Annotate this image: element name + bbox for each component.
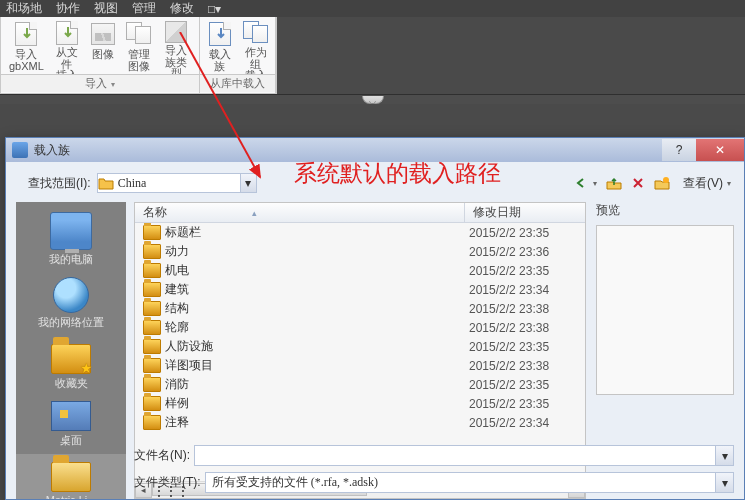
folder-icon	[143, 396, 161, 411]
column-headers: 名称▴ 修改日期	[135, 203, 585, 223]
table-row[interactable]: 机电2015/2/2 23:35	[135, 261, 585, 280]
folder-icon	[143, 320, 161, 335]
folder-icon	[143, 301, 161, 316]
folder-icon	[143, 377, 161, 392]
table-row[interactable]: 动力2015/2/2 23:36	[135, 242, 585, 261]
new-folder-button[interactable]	[653, 174, 671, 192]
image-button[interactable]: 图像	[85, 19, 121, 77]
nav-up-button[interactable]	[605, 174, 623, 192]
folder-icon	[143, 244, 161, 259]
app-menubar: 和场地 协作 视图 管理 修改 □▾	[0, 0, 745, 17]
folder-star-icon	[51, 344, 91, 374]
menu-item[interactable]: 和场地	[6, 0, 42, 17]
filetype-combo[interactable]: 所有受支持的文件 (*.rfa, *.adsk) ▾	[205, 472, 734, 493]
svg-point-1	[663, 177, 669, 183]
import-family-types-button[interactable]: 导入族类型	[157, 19, 195, 77]
sidebar-item-network[interactable]: 我的网络位置	[16, 273, 126, 336]
ribbon-group-label: 导入	[85, 77, 107, 89]
menu-item[interactable]: 管理	[132, 0, 156, 17]
ribbon: 导入gbXML 从文件插入 图像 管理图像 导入族类型 导入 ▾	[0, 17, 277, 94]
file-date: 2015/2/2 23:35	[469, 397, 549, 411]
filetype-label: 文件类型(T):	[134, 474, 201, 491]
view-menu-button[interactable]: 查看(V)	[683, 175, 723, 192]
app-icon	[12, 142, 28, 158]
sidebar-item-favorites[interactable]: 收藏夹	[16, 336, 126, 397]
load-as-group-button[interactable]: 作为组载入	[238, 19, 274, 77]
file-name: 机电	[165, 262, 469, 279]
manage-images-button[interactable]: 管理图像	[121, 19, 157, 77]
file-name: 轮廓	[165, 319, 469, 336]
sidebar-item-metric-library[interactable]: Metric Li...	[16, 454, 126, 499]
chevron-down-icon[interactable]: ▾	[715, 473, 733, 492]
folder-icon	[143, 225, 161, 240]
folder-icon	[143, 339, 161, 354]
file-name: 详图项目	[165, 357, 469, 374]
table-row[interactable]: 轮廓2015/2/2 23:38	[135, 318, 585, 337]
file-date: 2015/2/2 23:38	[469, 302, 549, 316]
sort-asc-icon: ▴	[252, 208, 257, 218]
preview-label: 预览	[596, 202, 734, 219]
column-name[interactable]: 名称▴	[135, 203, 465, 222]
canvas-area: ◡	[0, 94, 745, 104]
table-row[interactable]: 建筑2015/2/2 23:34	[135, 280, 585, 299]
filename-combo[interactable]: ▾	[194, 445, 734, 466]
folder-open-icon	[51, 462, 91, 492]
table-row[interactable]: 人防设施2015/2/2 23:35	[135, 337, 585, 356]
table-row[interactable]: 样例2015/2/2 23:35	[135, 394, 585, 413]
chevron-down-icon[interactable]: ▾	[723, 179, 732, 188]
chevron-down-icon[interactable]: ▾	[715, 446, 733, 465]
filetype-value: 所有受支持的文件 (*.rfa, *.adsk)	[206, 474, 715, 491]
lookin-combo[interactable]: China ▾	[97, 173, 257, 193]
table-row[interactable]: 详图项目2015/2/2 23:38	[135, 356, 585, 375]
file-list: 标题栏2015/2/2 23:35动力2015/2/2 23:36机电2015/…	[135, 223, 585, 481]
file-name: 人防设施	[165, 338, 469, 355]
menu-item[interactable]: 修改	[170, 0, 194, 17]
chevron-down-icon[interactable]: ▾	[590, 179, 599, 188]
panel-tab-icon[interactable]: ◡	[362, 96, 384, 104]
sidebar-item-desktop[interactable]: 桌面	[16, 397, 126, 454]
file-date: 2015/2/2 23:35	[469, 226, 549, 240]
menu-item[interactable]: 视图	[94, 0, 118, 17]
import-gbxml-button[interactable]: 导入gbXML	[5, 19, 48, 77]
load-family-button[interactable]: 载入族	[202, 19, 238, 77]
file-date: 2015/2/2 23:34	[469, 283, 549, 297]
monitor-icon	[50, 212, 92, 250]
folder-icon	[143, 263, 161, 278]
file-name: 注释	[165, 414, 469, 431]
file-date: 2015/2/2 23:35	[469, 340, 549, 354]
filename-input[interactable]	[195, 446, 715, 465]
table-row[interactable]: 消防2015/2/2 23:35	[135, 375, 585, 394]
sidebar-item-my-computer[interactable]: 我的电脑	[16, 208, 126, 273]
file-date: 2015/2/2 23:36	[469, 245, 549, 259]
folder-icon	[143, 358, 161, 373]
column-date[interactable]: 修改日期	[465, 203, 585, 222]
menu-item[interactable]: 协作	[56, 0, 80, 17]
folder-icon	[143, 415, 161, 430]
file-name: 样例	[165, 395, 469, 412]
close-button[interactable]: ✕	[696, 139, 744, 161]
lookin-label: 查找范围(I):	[28, 175, 91, 192]
load-family-dialog: 载入族 ? ✕ 查找范围(I): China ▾ ▾ 查看(V	[5, 137, 745, 500]
file-name: 标题栏	[165, 224, 469, 241]
insert-from-file-button[interactable]: 从文件插入	[48, 19, 86, 77]
file-date: 2015/2/2 23:38	[469, 321, 549, 335]
table-row[interactable]: 结构2015/2/2 23:38	[135, 299, 585, 318]
help-button[interactable]: ?	[662, 139, 696, 161]
delete-button[interactable]	[629, 174, 647, 192]
menu-item[interactable]: □▾	[208, 2, 221, 16]
nav-back-button[interactable]	[572, 174, 590, 192]
file-date: 2015/2/2 23:35	[469, 264, 549, 278]
filename-label: 文件名(N):	[134, 447, 190, 464]
lookin-value: China	[114, 174, 240, 192]
file-date: 2015/2/2 23:38	[469, 359, 549, 373]
file-name: 建筑	[165, 281, 469, 298]
file-name: 动力	[165, 243, 469, 260]
file-date: 2015/2/2 23:34	[469, 416, 549, 430]
chevron-down-icon[interactable]: ▾	[240, 174, 256, 192]
expand-icon[interactable]: ▾	[111, 80, 115, 89]
table-row[interactable]: 注释2015/2/2 23:34	[135, 413, 585, 432]
preview-panel: 预览	[596, 202, 734, 395]
preview-box	[596, 225, 734, 395]
table-row[interactable]: 标题栏2015/2/2 23:35	[135, 223, 585, 242]
desktop-icon	[51, 401, 91, 431]
